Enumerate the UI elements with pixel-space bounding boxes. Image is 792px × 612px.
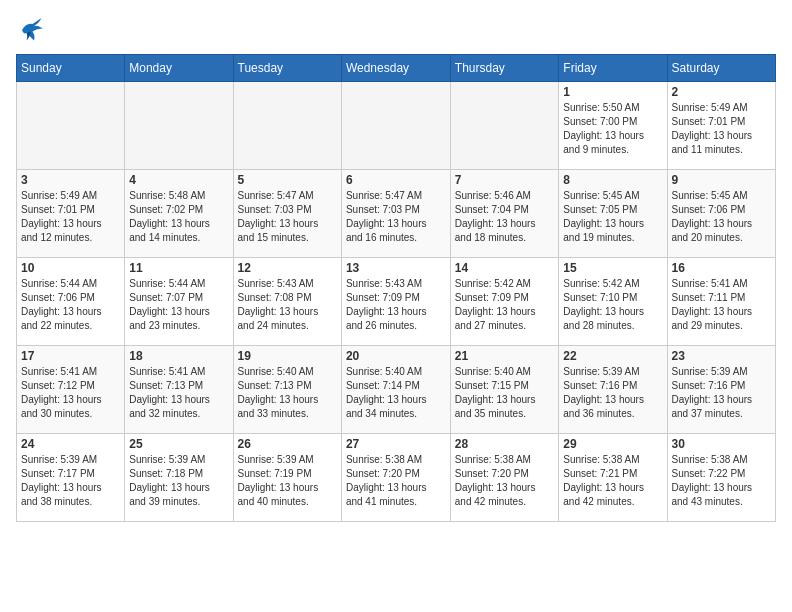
day-number: 25 xyxy=(129,437,228,451)
calendar-week-row: 24 Sunrise: 5:39 AM Sunset: 7:17 PM Dayl… xyxy=(17,434,776,522)
day-number: 7 xyxy=(455,173,555,187)
calendar-day-cell xyxy=(341,82,450,170)
day-number: 1 xyxy=(563,85,662,99)
day-number: 11 xyxy=(129,261,228,275)
day-info: Sunrise: 5:39 AM Sunset: 7:17 PM Dayligh… xyxy=(21,453,120,509)
calendar-day-header: Monday xyxy=(125,55,233,82)
day-info: Sunrise: 5:39 AM Sunset: 7:18 PM Dayligh… xyxy=(129,453,228,509)
logo-bird-icon xyxy=(16,16,46,44)
day-info: Sunrise: 5:41 AM Sunset: 7:12 PM Dayligh… xyxy=(21,365,120,421)
calendar-day-cell: 19 Sunrise: 5:40 AM Sunset: 7:13 PM Dayl… xyxy=(233,346,341,434)
calendar-table: SundayMondayTuesdayWednesdayThursdayFrid… xyxy=(16,54,776,522)
day-number: 2 xyxy=(672,85,772,99)
day-info: Sunrise: 5:47 AM Sunset: 7:03 PM Dayligh… xyxy=(238,189,337,245)
day-number: 18 xyxy=(129,349,228,363)
calendar-day-cell: 16 Sunrise: 5:41 AM Sunset: 7:11 PM Dayl… xyxy=(667,258,776,346)
calendar-day-cell: 28 Sunrise: 5:38 AM Sunset: 7:20 PM Dayl… xyxy=(450,434,559,522)
day-number: 13 xyxy=(346,261,446,275)
calendar-day-cell: 5 Sunrise: 5:47 AM Sunset: 7:03 PM Dayli… xyxy=(233,170,341,258)
calendar-day-cell: 14 Sunrise: 5:42 AM Sunset: 7:09 PM Dayl… xyxy=(450,258,559,346)
day-number: 17 xyxy=(21,349,120,363)
day-info: Sunrise: 5:41 AM Sunset: 7:13 PM Dayligh… xyxy=(129,365,228,421)
calendar-day-cell: 21 Sunrise: 5:40 AM Sunset: 7:15 PM Dayl… xyxy=(450,346,559,434)
day-info: Sunrise: 5:47 AM Sunset: 7:03 PM Dayligh… xyxy=(346,189,446,245)
day-info: Sunrise: 5:44 AM Sunset: 7:07 PM Dayligh… xyxy=(129,277,228,333)
day-number: 12 xyxy=(238,261,337,275)
day-info: Sunrise: 5:49 AM Sunset: 7:01 PM Dayligh… xyxy=(21,189,120,245)
day-info: Sunrise: 5:38 AM Sunset: 7:22 PM Dayligh… xyxy=(672,453,772,509)
calendar-day-cell: 17 Sunrise: 5:41 AM Sunset: 7:12 PM Dayl… xyxy=(17,346,125,434)
day-info: Sunrise: 5:50 AM Sunset: 7:00 PM Dayligh… xyxy=(563,101,662,157)
calendar-header-row: SundayMondayTuesdayWednesdayThursdayFrid… xyxy=(17,55,776,82)
day-number: 9 xyxy=(672,173,772,187)
calendar-day-cell: 2 Sunrise: 5:49 AM Sunset: 7:01 PM Dayli… xyxy=(667,82,776,170)
calendar-day-cell xyxy=(233,82,341,170)
day-info: Sunrise: 5:43 AM Sunset: 7:08 PM Dayligh… xyxy=(238,277,337,333)
day-number: 20 xyxy=(346,349,446,363)
calendar-day-cell: 27 Sunrise: 5:38 AM Sunset: 7:20 PM Dayl… xyxy=(341,434,450,522)
day-info: Sunrise: 5:41 AM Sunset: 7:11 PM Dayligh… xyxy=(672,277,772,333)
calendar-day-cell: 11 Sunrise: 5:44 AM Sunset: 7:07 PM Dayl… xyxy=(125,258,233,346)
day-number: 23 xyxy=(672,349,772,363)
calendar-day-header: Wednesday xyxy=(341,55,450,82)
calendar-week-row: 10 Sunrise: 5:44 AM Sunset: 7:06 PM Dayl… xyxy=(17,258,776,346)
calendar-day-cell: 18 Sunrise: 5:41 AM Sunset: 7:13 PM Dayl… xyxy=(125,346,233,434)
day-number: 5 xyxy=(238,173,337,187)
day-info: Sunrise: 5:46 AM Sunset: 7:04 PM Dayligh… xyxy=(455,189,555,245)
calendar-day-cell: 8 Sunrise: 5:45 AM Sunset: 7:05 PM Dayli… xyxy=(559,170,667,258)
day-number: 15 xyxy=(563,261,662,275)
calendar-day-cell: 4 Sunrise: 5:48 AM Sunset: 7:02 PM Dayli… xyxy=(125,170,233,258)
calendar-day-cell: 22 Sunrise: 5:39 AM Sunset: 7:16 PM Dayl… xyxy=(559,346,667,434)
day-number: 21 xyxy=(455,349,555,363)
day-info: Sunrise: 5:39 AM Sunset: 7:19 PM Dayligh… xyxy=(238,453,337,509)
calendar-day-cell: 29 Sunrise: 5:38 AM Sunset: 7:21 PM Dayl… xyxy=(559,434,667,522)
calendar-day-cell: 13 Sunrise: 5:43 AM Sunset: 7:09 PM Dayl… xyxy=(341,258,450,346)
calendar-day-header: Sunday xyxy=(17,55,125,82)
day-number: 14 xyxy=(455,261,555,275)
calendar-day-cell: 10 Sunrise: 5:44 AM Sunset: 7:06 PM Dayl… xyxy=(17,258,125,346)
day-info: Sunrise: 5:43 AM Sunset: 7:09 PM Dayligh… xyxy=(346,277,446,333)
calendar-day-cell xyxy=(450,82,559,170)
calendar-day-cell: 25 Sunrise: 5:39 AM Sunset: 7:18 PM Dayl… xyxy=(125,434,233,522)
day-info: Sunrise: 5:38 AM Sunset: 7:21 PM Dayligh… xyxy=(563,453,662,509)
calendar-week-row: 3 Sunrise: 5:49 AM Sunset: 7:01 PM Dayli… xyxy=(17,170,776,258)
day-info: Sunrise: 5:44 AM Sunset: 7:06 PM Dayligh… xyxy=(21,277,120,333)
calendar-day-header: Saturday xyxy=(667,55,776,82)
calendar-day-cell: 6 Sunrise: 5:47 AM Sunset: 7:03 PM Dayli… xyxy=(341,170,450,258)
day-number: 8 xyxy=(563,173,662,187)
day-info: Sunrise: 5:45 AM Sunset: 7:05 PM Dayligh… xyxy=(563,189,662,245)
day-number: 27 xyxy=(346,437,446,451)
day-number: 30 xyxy=(672,437,772,451)
day-info: Sunrise: 5:42 AM Sunset: 7:10 PM Dayligh… xyxy=(563,277,662,333)
day-info: Sunrise: 5:40 AM Sunset: 7:14 PM Dayligh… xyxy=(346,365,446,421)
day-info: Sunrise: 5:42 AM Sunset: 7:09 PM Dayligh… xyxy=(455,277,555,333)
calendar-day-cell: 24 Sunrise: 5:39 AM Sunset: 7:17 PM Dayl… xyxy=(17,434,125,522)
calendar-day-header: Friday xyxy=(559,55,667,82)
day-info: Sunrise: 5:38 AM Sunset: 7:20 PM Dayligh… xyxy=(346,453,446,509)
day-info: Sunrise: 5:45 AM Sunset: 7:06 PM Dayligh… xyxy=(672,189,772,245)
calendar-day-cell xyxy=(17,82,125,170)
logo xyxy=(16,16,50,44)
day-number: 3 xyxy=(21,173,120,187)
calendar-day-cell: 12 Sunrise: 5:43 AM Sunset: 7:08 PM Dayl… xyxy=(233,258,341,346)
calendar-day-cell: 7 Sunrise: 5:46 AM Sunset: 7:04 PM Dayli… xyxy=(450,170,559,258)
calendar-day-header: Tuesday xyxy=(233,55,341,82)
calendar-day-cell xyxy=(125,82,233,170)
day-number: 19 xyxy=(238,349,337,363)
calendar-day-cell: 30 Sunrise: 5:38 AM Sunset: 7:22 PM Dayl… xyxy=(667,434,776,522)
day-number: 4 xyxy=(129,173,228,187)
day-number: 28 xyxy=(455,437,555,451)
day-info: Sunrise: 5:39 AM Sunset: 7:16 PM Dayligh… xyxy=(563,365,662,421)
calendar-week-row: 17 Sunrise: 5:41 AM Sunset: 7:12 PM Dayl… xyxy=(17,346,776,434)
calendar-day-cell: 15 Sunrise: 5:42 AM Sunset: 7:10 PM Dayl… xyxy=(559,258,667,346)
calendar-day-header: Thursday xyxy=(450,55,559,82)
calendar-day-cell: 26 Sunrise: 5:39 AM Sunset: 7:19 PM Dayl… xyxy=(233,434,341,522)
day-info: Sunrise: 5:48 AM Sunset: 7:02 PM Dayligh… xyxy=(129,189,228,245)
calendar-day-cell: 20 Sunrise: 5:40 AM Sunset: 7:14 PM Dayl… xyxy=(341,346,450,434)
day-number: 6 xyxy=(346,173,446,187)
page-header xyxy=(16,16,776,44)
day-info: Sunrise: 5:49 AM Sunset: 7:01 PM Dayligh… xyxy=(672,101,772,157)
day-number: 10 xyxy=(21,261,120,275)
day-info: Sunrise: 5:40 AM Sunset: 7:15 PM Dayligh… xyxy=(455,365,555,421)
day-number: 29 xyxy=(563,437,662,451)
